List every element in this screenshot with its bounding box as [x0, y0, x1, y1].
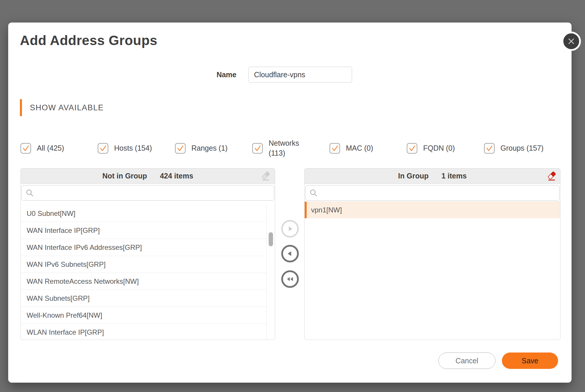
eraser-icon: [261, 171, 271, 182]
name-label: Name: [178, 67, 236, 82]
checkbox-checked-icon[interactable]: [175, 143, 186, 154]
cancel-button[interactable]: Cancel: [438, 353, 495, 369]
checkbox-checked-icon[interactable]: [484, 143, 495, 154]
panel-title: Not in Group: [102, 172, 147, 180]
not-in-group-search: [21, 185, 274, 201]
move-all-left-button[interactable]: [281, 270, 299, 288]
clear-list-button[interactable]: [261, 171, 271, 183]
checkbox-checked-icon[interactable]: [98, 143, 108, 154]
list-item[interactable]: WAN Interface IP[GRP]: [21, 222, 266, 239]
eraser-red-icon: [547, 171, 557, 182]
list-item[interactable]: WAN IPv6 Subnets[GRP]: [21, 256, 266, 273]
close-icon: [567, 37, 576, 46]
checkbox-checked-icon[interactable]: [252, 143, 263, 154]
filter-row: All (425) Hosts (154) Ranges (1) Network…: [20, 135, 561, 162]
not-in-group-header: Not in Group 424 items: [21, 169, 275, 184]
checkbox-checked-icon[interactable]: [20, 143, 31, 154]
panel-item-count: 1 items: [441, 172, 466, 180]
in-group-header: In Group 1 items: [305, 169, 560, 184]
section-label: SHOW AVAILABLE: [30, 103, 104, 112]
panel-title: In Group: [398, 172, 428, 180]
filter-label: Ranges (1): [191, 143, 228, 153]
clear-list-button[interactable]: [547, 171, 557, 183]
list-item[interactable]: Well-Known Pref64[NW]: [21, 307, 266, 324]
close-button[interactable]: [562, 32, 581, 51]
filter-groups[interactable]: Groups (157): [484, 143, 561, 154]
filter-hosts[interactable]: Hosts (154): [98, 143, 175, 154]
filter-label: Networks (113): [269, 138, 305, 158]
panel-item-count: 424 items: [160, 172, 193, 180]
filter-label: Groups (157): [500, 143, 543, 153]
filter-fqdn[interactable]: FQDN (0): [407, 143, 484, 154]
checkbox-checked-icon[interactable]: [330, 143, 340, 154]
list-item[interactable]: U0 Subnet[NW]: [21, 205, 266, 222]
add-address-groups-dialog: Add Address Groups Name SHOW AVAILABLE A…: [8, 23, 572, 383]
arrow-right-icon: [286, 225, 294, 233]
filter-label: Hosts (154): [114, 143, 152, 153]
checkbox-checked-icon[interactable]: [407, 143, 417, 154]
list-item[interactable]: WAN Interface IPv6 Addresses[GRP]: [21, 239, 266, 256]
scrollbar-thumb[interactable]: [269, 232, 273, 246]
filter-ranges[interactable]: Ranges (1): [175, 143, 252, 154]
filter-label: All (425): [37, 143, 64, 153]
filter-all[interactable]: All (425): [20, 143, 98, 154]
not-in-group-list: U0 Subnet[NW]WAN Interface IP[GRP]WAN In…: [21, 205, 267, 340]
filter-label: FQDN (0): [423, 143, 455, 153]
move-left-button[interactable]: [281, 245, 299, 262]
in-group-search: [305, 185, 560, 201]
not-in-group-panel: Not in Group 424 items U0 Subnet[NW]WAN …: [20, 168, 275, 340]
dialog-title: Add Address Groups: [20, 32, 157, 48]
list-item[interactable]: WAN RemoteAccess Networks[NW]: [21, 273, 266, 290]
filter-mac[interactable]: MAC (0): [330, 143, 407, 154]
list-item[interactable]: WLAN Interface IP[GRP]: [21, 324, 266, 340]
in-group-list: vpn1[NW]: [305, 202, 560, 340]
double-arrow-left-icon: [286, 275, 294, 283]
filter-networks[interactable]: Networks (113): [252, 138, 330, 158]
list-item[interactable]: vpn1[NW]: [305, 202, 560, 218]
search-input[interactable]: [21, 185, 274, 201]
filter-label: MAC (0): [346, 143, 373, 153]
show-available-section: SHOW AVAILABLE: [20, 99, 104, 116]
arrow-left-icon: [286, 250, 294, 257]
in-group-panel: In Group 1 items vpn1[NW]: [304, 168, 560, 340]
list-item[interactable]: WAN Subnets[GRP]: [21, 290, 266, 307]
search-input[interactable]: [305, 185, 560, 201]
save-button[interactable]: Save: [502, 353, 558, 369]
move-right-button[interactable]: [281, 220, 299, 238]
name-input[interactable]: [248, 67, 352, 82]
section-accent-bar: [20, 99, 22, 116]
